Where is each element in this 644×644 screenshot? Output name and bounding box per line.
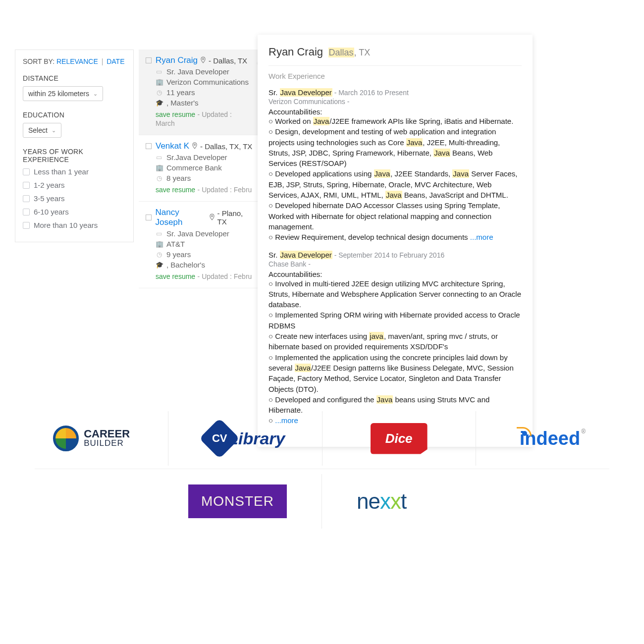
job-title: Sr. Java Developer - September 2014 to F…: [268, 251, 522, 259]
pin-icon: [200, 56, 207, 65]
save-resume-link[interactable]: save resume: [156, 186, 195, 194]
job-company: Chase Bank -: [268, 260, 522, 268]
result-card[interactable]: Ryan Craig - Dallas, TX ▭Sr. Java Develo…: [139, 50, 258, 135]
bullet: Implemented the application using the co…: [268, 352, 522, 394]
filters-sidebar: SORT BY: RELEVANCE | DATE DISTANCE withi…: [15, 50, 134, 242]
experience-label: YEARS OF WORK EXPERIENCE: [23, 148, 126, 163]
detail-name: Ryan Craig: [268, 46, 323, 58]
pin-icon: [191, 142, 198, 151]
save-resume-link[interactable]: save resume: [156, 272, 195, 280]
sort-relevance[interactable]: RELEVANCE: [56, 57, 98, 65]
exp-option[interactable]: Less than 1 year: [23, 167, 126, 176]
candidate-name[interactable]: Nancy Joseph: [156, 208, 207, 227]
candidate-years: 11 years: [166, 88, 195, 97]
distance-label: DISTANCE: [23, 74, 126, 82]
bullet: Create new interfaces using java, maven/…: [268, 331, 522, 352]
bullets: Involved in multi-tiered J2EE design uti…: [268, 278, 522, 426]
logo-indeed: indeed®: [476, 411, 629, 466]
bullet: Developed hibernate DAO Accessor Classes…: [268, 200, 522, 232]
checkbox-icon[interactable]: [23, 168, 30, 175]
clock-icon: ◷: [156, 251, 162, 258]
sort-date[interactable]: DATE: [107, 57, 124, 65]
job-block: Sr. Java Developer - September 2014 to F…: [268, 251, 522, 426]
bullet: Involved in multi-tiered J2EE design uti…: [268, 278, 522, 310]
checkbox-icon[interactable]: [23, 209, 30, 215]
partner-logos: CAREERBUILDER CV Library Dice indeed® MO…: [15, 406, 629, 532]
logo-careerbuilder: CAREERBUILDER: [15, 411, 168, 466]
checkbox-icon[interactable]: [23, 222, 30, 229]
chevron-down-icon: ⌄: [93, 91, 98, 97]
bullet: Implemented Spring ORM wiring with Hiber…: [268, 310, 522, 331]
candidate-title: Sr.Java Developer: [166, 153, 227, 161]
candidate-name[interactable]: Ryan Craig: [156, 55, 198, 65]
pin-icon: [209, 213, 215, 222]
candidate-name[interactable]: Venkat K: [156, 141, 189, 151]
experience-options: Less than 1 year 1-2 years 3-5 years 6-1…: [23, 167, 126, 229]
exp-option[interactable]: 1-2 years: [23, 181, 126, 189]
checkbox-icon[interactable]: [146, 57, 152, 63]
candidate-years: 8 years: [166, 174, 191, 182]
candidate-years: 9 years: [166, 250, 191, 259]
svg-point-0: [203, 58, 204, 59]
checkbox-icon[interactable]: [146, 143, 152, 149]
updated-text: - Updated : Febru: [198, 272, 252, 280]
job-block: Sr. Java Developer - March 2016 to Prese…: [268, 88, 522, 243]
svg-point-1: [194, 144, 196, 145]
building-icon: 🏢: [156, 78, 162, 86]
education-label: EDUCATION: [23, 111, 126, 119]
job-company: Verizon Communications -: [268, 98, 522, 106]
candidate-company: Verizon Communications: [166, 78, 249, 86]
briefcase-icon: ▭: [156, 230, 162, 237]
result-card[interactable]: Venkat K - Dallas, TX, TX ▭Sr.Java Devel…: [139, 135, 258, 202]
clock-icon: ◷: [156, 174, 162, 182]
degree-icon: 🎓: [156, 261, 162, 268]
bullet: Developed applications using Java, J2EE …: [268, 168, 522, 200]
education-select[interactable]: Select ⌄: [23, 123, 61, 138]
detail-location: Dallas, TX: [328, 48, 371, 57]
candidate-degree: , Bachelor's: [166, 261, 205, 269]
accountabilities-label: Accountabilities:: [268, 270, 522, 278]
logo-cvlibrary: CV Library: [168, 411, 322, 466]
degree-icon: 🎓: [156, 99, 162, 107]
candidate-location: - Dallas, TX, TX: [200, 142, 252, 151]
education-value: Select: [28, 126, 48, 134]
more-link[interactable]: ...more: [470, 233, 493, 241]
indeed-dot-icon: [522, 431, 527, 436]
exp-option[interactable]: 3-5 years: [23, 194, 126, 203]
sort-label: SORT BY:: [23, 57, 54, 65]
exp-option[interactable]: More than 10 years: [23, 221, 126, 229]
job-title: Sr. Java Developer - March 2016 to Prese…: [268, 88, 522, 97]
svg-point-2: [211, 215, 213, 216]
sort-by: SORT BY: RELEVANCE | DATE: [23, 57, 126, 65]
building-icon: 🏢: [156, 240, 162, 248]
exp-option[interactable]: 6-10 years: [23, 208, 126, 216]
checkbox-icon[interactable]: [23, 182, 30, 189]
bullets: Worked on Java/J2EE framework APIs like …: [268, 116, 522, 243]
detail-panel: Ryan Craig Dallas, TX Work Experience Sr…: [258, 35, 533, 447]
briefcase-icon: ▭: [156, 154, 162, 161]
candidate-title: Sr. Java Developer: [166, 67, 229, 76]
checkbox-icon[interactable]: [146, 215, 152, 220]
distance-value: within 25 kilometers: [28, 90, 89, 98]
logo-nexxt: nexxt: [322, 474, 629, 529]
bullet: Review Requirement, develop technical de…: [268, 232, 522, 242]
distance-select[interactable]: within 25 kilometers ⌄: [23, 86, 103, 101]
section-title: Work Experience: [268, 72, 522, 80]
logo-dice: Dice: [322, 411, 476, 466]
bullet: Design, development and testing of web a…: [268, 126, 522, 168]
accountabilities-label: Accountabilities:: [268, 107, 522, 116]
logo-monster: MONSTER: [15, 474, 322, 529]
building-icon: 🏢: [156, 164, 162, 171]
candidate-title: Sr. Java Developer: [166, 229, 229, 238]
clock-icon: ◷: [156, 89, 162, 96]
bullet: Worked on Java/J2EE framework APIs like …: [268, 116, 522, 126]
save-resume-link[interactable]: save resume: [156, 110, 195, 118]
result-card[interactable]: Nancy Joseph - Plano, TX ▭Sr. Java Devel…: [139, 202, 258, 288]
checkbox-icon[interactable]: [23, 195, 30, 202]
candidate-company: AT&T: [166, 240, 185, 248]
cvlibrary-icon: CV: [199, 418, 240, 459]
candidate-degree: , Master's: [166, 99, 199, 107]
sort-separator: |: [102, 57, 104, 65]
candidate-location: - Plano, TX: [217, 209, 253, 226]
candidate-location: - Dallas, TX: [209, 56, 247, 65]
